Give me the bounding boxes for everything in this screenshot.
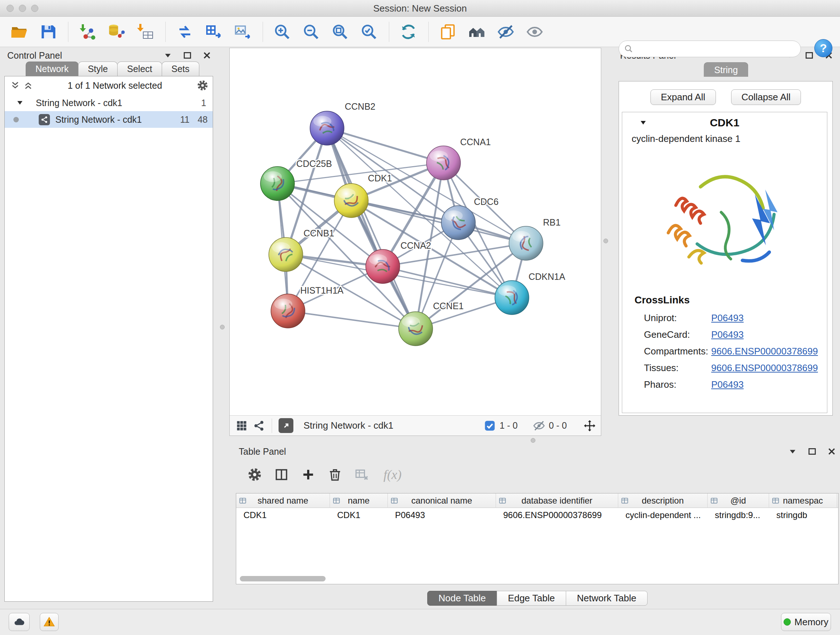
search-input[interactable] — [633, 43, 801, 55]
zoom-fit-icon — [332, 23, 349, 41]
network-row[interactable]: String Network - cdk1 11 48 — [5, 111, 213, 128]
string-share-icon[interactable] — [253, 420, 265, 432]
network-node-HIST1H1A[interactable]: HIST1H1A — [271, 285, 344, 328]
column-header-canonical-name[interactable]: canonical name — [388, 494, 496, 508]
import-table-from-file-button[interactable] — [135, 20, 156, 44]
zoom-in-button[interactable] — [272, 20, 293, 44]
expand-all-button[interactable]: Expand All — [651, 89, 716, 105]
network-edge[interactable] — [288, 311, 416, 329]
network-edge[interactable] — [351, 201, 526, 243]
tab-edge-table[interactable]: Edge Table — [497, 591, 566, 606]
zoom-selected-button[interactable] — [358, 20, 379, 44]
network-node-RB1[interactable]: RB1 — [509, 217, 561, 260]
search-box[interactable] — [619, 41, 801, 57]
network-view[interactable]: CCNB2CCNA1CDC25BCDK1CDC6RB1CCNB1CCNA2CDK… — [229, 48, 601, 436]
cell-namespac[interactable]: stringdb — [769, 508, 837, 523]
network-node-CCNE1[interactable]: CCNE1 — [399, 301, 464, 346]
network-canvas[interactable]: CCNB2CCNA1CDC25BCDK1CDC6RB1CCNB1CCNA2CDK… — [230, 48, 601, 415]
column-header-database-identifier[interactable]: database identifier — [496, 494, 618, 508]
panel-float-icon[interactable] — [183, 51, 192, 60]
network-edge[interactable] — [327, 128, 444, 163]
network-from-selection-button[interactable] — [174, 20, 195, 44]
cell-canonical-name[interactable]: P06493 — [388, 508, 496, 523]
panel-collapse-icon[interactable] — [788, 447, 797, 456]
column-header-shared-name[interactable]: shared name — [236, 494, 330, 508]
panel-close-icon[interactable] — [202, 51, 212, 60]
crosslink-link[interactable]: P06493 — [711, 310, 744, 326]
panel-close-icon[interactable] — [827, 447, 836, 456]
tab-node-table[interactable]: Node Table — [427, 591, 497, 606]
column-header-namespac[interactable]: namespac — [769, 494, 837, 508]
zoom-selected-icon — [360, 23, 378, 41]
export-image-button[interactable] — [232, 20, 253, 44]
homes-button[interactable] — [466, 20, 487, 44]
panel-float-icon[interactable] — [805, 51, 814, 60]
save-session-button[interactable] — [38, 20, 58, 44]
cloud-button[interactable] — [9, 613, 30, 631]
fit-content-move-icon[interactable] — [584, 420, 596, 432]
warnings-button[interactable] — [40, 613, 58, 631]
tab-sets[interactable]: Sets — [162, 62, 199, 76]
function-builder-icon[interactable]: f(x) — [384, 467, 401, 482]
delete-column-icon[interactable] — [328, 467, 342, 482]
delete-table-icon[interactable] — [355, 467, 369, 482]
panel-collapse-icon[interactable] — [163, 51, 172, 60]
crosslink-link[interactable]: 9606.ENSP00000378699 — [711, 343, 818, 359]
crosslink-link[interactable]: P06493 — [711, 326, 744, 343]
network-node-CDK1[interactable]: CDK1 — [334, 173, 392, 218]
column-header-description[interactable]: description — [618, 494, 707, 508]
help-button[interactable]: ? — [814, 39, 832, 57]
table-options-gear-icon[interactable] — [248, 467, 262, 482]
network-list-panel: 1 of 1 Network selected String Network -… — [4, 76, 213, 602]
open-in-browser-button[interactable] — [279, 418, 294, 433]
bottom-splitter-handle[interactable] — [531, 438, 535, 443]
crosslink-label: Tissues: — [644, 359, 679, 376]
add-row-icon[interactable] — [301, 467, 316, 482]
network-edge[interactable] — [327, 128, 416, 329]
cell-name[interactable]: CDK1 — [330, 508, 388, 523]
expand-all-icon[interactable] — [24, 81, 33, 90]
card-disclosure-icon[interactable] — [639, 119, 647, 127]
crosslink-link[interactable]: 9606.ENSP00000378699 — [711, 359, 818, 376]
clone-network-button[interactable] — [203, 20, 224, 44]
network-node-CCNB1[interactable]: CCNB1 — [269, 228, 334, 272]
cell-description[interactable]: cyclin-dependent ... — [618, 508, 707, 523]
collapse-all-icon[interactable] — [11, 81, 20, 90]
add-column-icon[interactable] — [274, 467, 289, 482]
left-splitter-handle[interactable] — [220, 325, 225, 329]
horizontal-scrollbar[interactable] — [240, 576, 325, 581]
selected-checkbox-icon[interactable] — [484, 420, 496, 432]
zoom-fit-button[interactable] — [330, 20, 351, 44]
import-network-from-file-button[interactable] — [77, 20, 98, 44]
cell-shared-name[interactable]: CDK1 — [236, 508, 330, 523]
zoom-out-button[interactable] — [301, 20, 322, 44]
tab-network[interactable]: Network — [26, 62, 79, 76]
right-splitter-handle[interactable] — [603, 239, 608, 243]
network-node-CCNA1[interactable]: CCNA1 — [426, 137, 491, 180]
cell-database-identifier[interactable]: 9606.ENSP00000378699 — [496, 508, 618, 523]
panel-float-icon[interactable] — [807, 447, 817, 456]
column-header-name[interactable]: name — [330, 494, 388, 508]
tab-style[interactable]: Style — [78, 62, 118, 76]
collapse-all-button[interactable]: Collapse All — [731, 89, 801, 105]
documents-button[interactable] — [437, 20, 458, 44]
hide-annotations-button[interactable] — [495, 20, 516, 44]
tab-select[interactable]: Select — [117, 62, 162, 76]
crosslink-link[interactable]: P06493 — [711, 376, 744, 393]
column-header--id[interactable]: @id — [707, 494, 769, 508]
import-network-from-database-button[interactable] — [106, 20, 127, 44]
disclosure-triangle-icon[interactable] — [16, 98, 24, 107]
network-collection-row[interactable]: String Network - cdk1 1 — [5, 95, 213, 111]
table-row[interactable]: CDK1CDK1P064939606.ENSP00000378699cyclin… — [236, 508, 838, 523]
tab-network-table[interactable]: Network Table — [566, 591, 647, 606]
refresh-styles-button[interactable] — [398, 20, 419, 44]
show-view-button[interactable] — [524, 20, 545, 44]
memory-button[interactable]: Memory — [781, 613, 831, 631]
network-node-CDKN1A[interactable]: CDKN1A — [495, 272, 565, 315]
options-gear-icon[interactable] — [197, 80, 208, 91]
cell--id[interactable]: stringdb:9... — [707, 508, 769, 523]
tab-string[interactable]: String — [704, 62, 748, 77]
birdseye-view-icon[interactable] — [235, 420, 248, 432]
hidden-eye-icon[interactable] — [533, 420, 545, 432]
open-session-button[interactable] — [9, 20, 30, 44]
